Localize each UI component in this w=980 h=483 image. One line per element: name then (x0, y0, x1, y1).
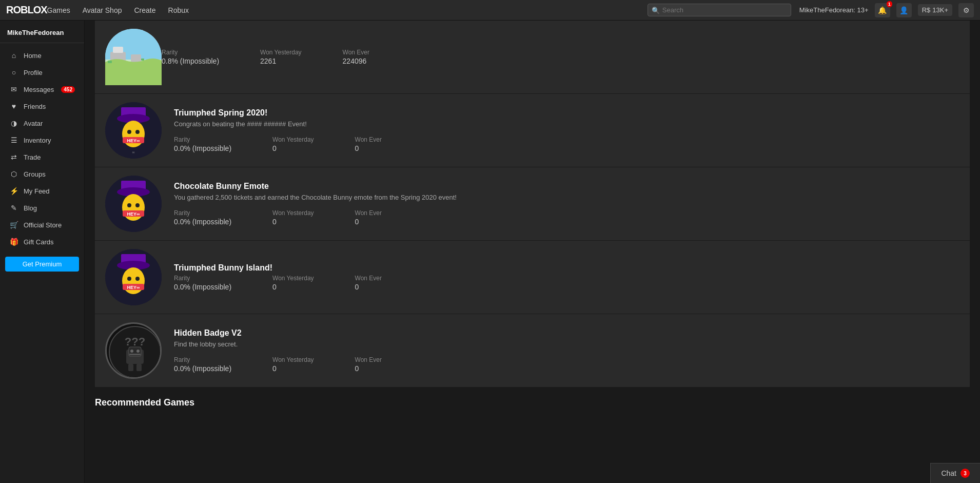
avatar-icon: ◑ (9, 119, 18, 127)
rarity-value: 0.0% (Impossible) (174, 144, 231, 152)
sidebar-item-label-messages: Messages (24, 86, 54, 93)
won-yesterday-label: Won Yesterday (272, 209, 314, 217)
chat-button[interactable]: Chat 3 (930, 463, 980, 483)
friends-icon: ♥ (9, 102, 18, 110)
badge-row: HEY∞ ∞ Triumphed Spring 2020! Congrats o… (95, 94, 970, 167)
home-icon: ⌂ (9, 51, 18, 60)
profile-icon: ○ (9, 68, 18, 76)
svg-rect-3 (131, 54, 141, 62)
sidebar-item-trade[interactable]: ⇄ Trade (2, 149, 82, 165)
sidebar-item-blog[interactable]: ✎ Blog (2, 200, 82, 216)
badge-stat-won-yesterday: Won Yesterday 2261 (260, 49, 302, 65)
robux-icon: R$ (922, 6, 931, 14)
sidebar-item-label-trade: Trade (24, 153, 41, 161)
blog-icon: ✎ (9, 204, 18, 212)
badge-stat-won-ever: Won Ever 0 (355, 356, 382, 373)
bell-icon: 🔔 (878, 6, 887, 14)
roblox-logo[interactable]: ROBLOX (6, 4, 47, 16)
svg-text:HEY∞: HEY∞ (127, 285, 141, 290)
won-ever-value: 0 (355, 144, 359, 152)
svg-point-11 (122, 121, 145, 147)
settings-icon-button[interactable]: 👤 (896, 3, 912, 17)
badge-row: HEY∞ Chocolate Bunny Emote You gathered … (95, 167, 970, 241)
search-input[interactable] (648, 4, 791, 16)
sidebar-item-myfeed[interactable]: ⚡ My Feed (2, 183, 82, 199)
gear-button[interactable]: ⚙ (958, 3, 974, 17)
badge-title: Triumphed Spring 2020! (174, 108, 959, 118)
sidebar-item-officialstore[interactable]: 🛒 Official Store (2, 217, 82, 233)
people-icon: 👤 (899, 6, 908, 14)
sidebar-item-label-friends: Friends (24, 103, 46, 110)
won-ever-value: 0 (355, 218, 359, 226)
topnav-robux[interactable]: Robux (168, 6, 189, 14)
badge-desc: Congrats on beating the #### ###### Even… (174, 120, 533, 129)
svg-rect-43 (128, 364, 133, 371)
trade-icon: ⇄ (9, 153, 18, 161)
svg-rect-6 (141, 59, 144, 61)
badge-stat-rarity: Rarity 0.0% (Impossible) (174, 275, 231, 291)
messages-icon: ✉ (9, 85, 18, 93)
svg-point-12 (127, 130, 131, 134)
badge-image-map (105, 29, 162, 85)
svg-point-30 (122, 267, 145, 294)
badge-stat-won-ever: Won Ever 0 (355, 275, 382, 291)
won-ever-value: 224096 (343, 57, 367, 65)
robux-button[interactable]: R$ 13K+ (918, 4, 952, 16)
topnav-links: Games Avatar Shop Create Robux (47, 6, 648, 14)
rarity-label: Rarity (174, 275, 190, 282)
rarity-label: Rarity (174, 136, 190, 143)
badge-stats: Rarity 0.0% (Impossible) Won Yesterday 0… (174, 356, 959, 373)
topnav-avatar-shop[interactable]: Avatar Shop (83, 6, 122, 14)
badge-desc: You gathered 2,500 tickets and earned th… (174, 193, 533, 202)
topnav: ROBLOX Games Avatar Shop Create Robux 🔍 … (0, 0, 980, 21)
sidebar-item-inventory[interactable]: ☰ Inventory (2, 132, 82, 148)
messages-badge: 452 (61, 86, 75, 93)
sidebar-item-profile[interactable]: ○ Profile (2, 64, 82, 81)
badge-stat-won-yesterday: Won Yesterday 0 (272, 136, 314, 152)
sidebar-item-giftcards[interactable]: 🎁 Gift Cards (2, 234, 82, 250)
badge-stats: Rarity 0.0% (Impossible) Won Yesterday 0… (174, 209, 959, 226)
svg-point-40 (130, 350, 133, 353)
won-ever-label: Won Ever (355, 356, 382, 363)
badge-stats: Rarity 0.8% (Impossible) Won Yesterday 2… (162, 49, 959, 65)
badge-info: Triumphed Bunny Island! Rarity 0.0% (Imp… (174, 263, 959, 291)
sidebar-item-avatar[interactable]: ◑ Avatar (2, 115, 82, 131)
sidebar-item-label-officialstore: Official Store (24, 221, 62, 229)
main-content: Rarity 0.8% (Impossible) Won Yesterday 2… (85, 21, 980, 482)
topnav-create[interactable]: Create (134, 6, 155, 14)
svg-text:HEY∞: HEY∞ (127, 138, 141, 143)
store-icon: 🛒 (9, 221, 18, 229)
rarity-value: 0.0% (Impossible) (174, 283, 231, 291)
sidebar-item-label-profile: Profile (24, 69, 43, 76)
badge-stat-rarity: Rarity 0.0% (Impossible) (174, 356, 231, 373)
badge-title: Chocolate Bunny Emote (174, 182, 959, 191)
badge-stat-rarity: Rarity 0.8% (Impossible) (162, 49, 219, 65)
svg-point-41 (136, 350, 140, 353)
badge-image-hey: HEY∞ ∞ (105, 102, 162, 159)
topnav-games[interactable]: Games (47, 6, 70, 14)
sidebar-item-groups[interactable]: ⬡ Groups (2, 166, 82, 182)
chat-notification-badge: 3 (961, 469, 970, 478)
badge-image-hidden: ??? (105, 322, 162, 379)
svg-point-23 (135, 203, 140, 207)
gear-icon: ⚙ (963, 6, 970, 14)
rarity-value: 0.8% (Impossible) (162, 57, 219, 65)
sidebar-item-friends[interactable]: ♥ Friends (2, 98, 82, 114)
svg-text:∞: ∞ (132, 150, 135, 154)
badge-row: ??? Hidden Badge V2 Find the lobby secre… (95, 314, 970, 387)
get-premium-button[interactable]: Get Premium (5, 257, 79, 272)
rarity-label: Rarity (174, 209, 190, 217)
badge-stat-won-ever: Won Ever 0 (355, 136, 382, 152)
sidebar-item-label-giftcards: Gift Cards (24, 238, 54, 246)
myfeed-icon: ⚡ (9, 187, 18, 195)
won-ever-value: 0 (355, 364, 359, 373)
won-ever-value: 0 (355, 283, 359, 291)
svg-point-22 (127, 203, 131, 207)
sidebar-item-home[interactable]: ⌂ Home (2, 47, 82, 64)
inventory-icon: ☰ (9, 136, 18, 144)
won-ever-label: Won Ever (355, 275, 382, 282)
sidebar-item-messages[interactable]: ✉ Messages 452 (2, 81, 82, 98)
robux-amount: 13K+ (932, 6, 948, 14)
notifications-button[interactable]: 🔔 1 (875, 3, 890, 17)
svg-point-13 (135, 130, 140, 134)
